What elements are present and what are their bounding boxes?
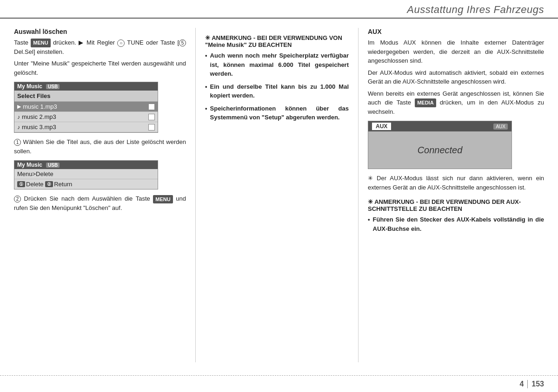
right-note2-box: ✳ ANMERKUNG - BEI DER VERWENDUNG DER AUX…	[368, 198, 544, 233]
screen2-bottom-row: ① Delete ② Return	[14, 179, 158, 189]
header-bar: Ausstattung Ihres Fahrzeugs	[0, 0, 558, 19]
right-bullet1: Führen Sie den Stecker des AUX-Kabels vo…	[368, 215, 544, 233]
screen1-row2: ♪ music 2.mp3	[14, 112, 158, 122]
step1-text: 1 Wählen Sie die Titel aus, die aus der …	[14, 137, 186, 156]
right-para2: Der AUX-Modus wird automatisch aktiviert…	[368, 68, 544, 86]
del-sel-button: 5	[179, 39, 186, 46]
screen2-delete-label: Delete	[26, 181, 45, 188]
screen2-delete-row: Menu>Delete	[14, 169, 158, 179]
right-note2-heading-text: ANMERKUNG - BEI DER VERWENDUNG DER AUX-S…	[368, 198, 521, 212]
step1-num-icon: 1	[14, 139, 21, 146]
media-button-inline: MEDIA	[415, 98, 436, 107]
left-column: Auswahl löschen Taste MENU drücken. ▶ Mi…	[14, 28, 195, 362]
note-icon3: ♪	[17, 124, 20, 131]
left-heading: Auswahl löschen	[14, 28, 186, 35]
right-para3: Wenn bereits ein externes Gerät angeschl…	[368, 89, 544, 117]
main-content: Auswahl löschen Taste MENU drücken. ▶ Mi…	[0, 19, 558, 367]
page-number: 4 153	[519, 380, 544, 388]
right-column: AUX Im Modus AUX können die Inhalte exte…	[358, 28, 544, 362]
tuner-knob-icon: ○	[117, 39, 125, 47]
screen2-usb-badge: USB	[46, 163, 60, 168]
middle-column: ✳ ANMERKUNG - BEI DER VERWENDUNG VON "Me…	[195, 28, 358, 362]
right-para1: Im Modus AUX können die Inhalte externer…	[368, 38, 544, 65]
arrow-icon1: ▶	[17, 104, 21, 110]
chapter-number: 4	[519, 380, 528, 388]
note-symbol-right2: ✳	[368, 198, 374, 205]
screen1-header: My Music USB	[14, 82, 158, 91]
screen2: My Music USB Menu>Delete ① Delete ② Retu…	[14, 160, 158, 189]
screen2-header-label: My Music	[17, 162, 42, 168]
middle-bullet1: Auch wenn noch mehr Speicherplatz verfüg…	[205, 51, 349, 78]
right-note2-heading: ✳ ANMERKUNG - BEI DER VERWENDUNG DER AUX…	[368, 198, 544, 212]
middle-note-heading: ✳ ANMERKUNG - BEI DER VERWENDUNG VON "Me…	[205, 34, 349, 48]
aux-screen-body: Connected	[368, 131, 512, 169]
screen2-header: My Music USB	[14, 161, 158, 169]
screen1-row3: ♪ music 3.mp3	[14, 122, 158, 132]
note-symbol-middle: ✳	[205, 34, 212, 41]
screen1-header-label: My Music	[17, 83, 42, 90]
aux-screen-badge: AUX	[493, 124, 508, 130]
aux-screen-label: AUX	[372, 123, 391, 130]
screen1-row1: ▶ music 1.mp3	[14, 102, 158, 112]
screen1-row3-checkbox	[148, 124, 155, 131]
screen2-btn1: ①	[17, 181, 25, 187]
right-note1-text: Der AUX-Modus lässt sich nur dann aktivi…	[368, 175, 544, 191]
left-para1: Taste MENU drücken. ▶ Mit Regler ○ TUNE …	[14, 38, 186, 56]
screen2-menu-delete-text: Menu>Delete	[17, 170, 53, 177]
middle-bullet2: Ein und derselbe Titel kann bis zu 1.000…	[205, 82, 349, 100]
right-bullet-list: Führen Sie den Stecker des AUX-Kabels vo…	[368, 215, 544, 233]
aux-screen: AUX AUX Connected	[368, 121, 512, 169]
screen1-title-row: Select Files	[14, 91, 158, 102]
middle-note-heading-text: ANMERKUNG - BEI DER VERWENDUNG VON "Mein…	[205, 34, 342, 48]
screen1-row2-checkbox	[148, 114, 155, 120]
screen1-row1-checkbox	[148, 104, 155, 110]
aux-screen-header: AUX AUX	[368, 121, 512, 131]
middle-bullet-list: Auch wenn noch mehr Speicherplatz verfüg…	[205, 51, 349, 122]
menu-button-inline2: MENU	[153, 195, 173, 204]
screen1-row3-text: music 3.mp3	[22, 124, 56, 131]
screen1-row2-text: music 2.mp3	[22, 113, 56, 120]
step2-num-icon: 2	[14, 196, 21, 203]
page-num: 153	[531, 380, 544, 388]
aux-connected-text: Connected	[418, 145, 463, 156]
screen1-usb-badge: USB	[46, 84, 60, 89]
middle-bullet3: Speicherinformationen können über das Sy…	[205, 104, 349, 122]
screen1-row1-text: music 1.mp3	[23, 103, 57, 110]
left-para2: Unter "Meine Musik" gespeicherte Titel w…	[14, 59, 186, 77]
menu-button-inline1: MENU	[31, 39, 50, 47]
note-icon2: ♪	[17, 114, 20, 120]
right-note1: ✳ Der AUX-Modus lässt sich nur dann akti…	[368, 174, 544, 192]
step2-text: 2 Drücken Sie nach dem Auswählen die Tas…	[14, 194, 186, 212]
screen2-btn2: ②	[45, 181, 53, 187]
page-header-title: Ausstattung Ihres Fahrzeugs	[407, 4, 544, 16]
screen2-return-label: Return	[54, 181, 72, 188]
note-symbol-right1: ✳	[368, 175, 377, 182]
middle-note-box: ✳ ANMERKUNG - BEI DER VERWENDUNG VON "Me…	[205, 34, 349, 122]
screen1: My Music USB Select Files ▶ music 1.mp3 …	[14, 82, 158, 133]
footer: 4 153	[0, 375, 558, 392]
right-heading: AUX	[368, 28, 544, 35]
